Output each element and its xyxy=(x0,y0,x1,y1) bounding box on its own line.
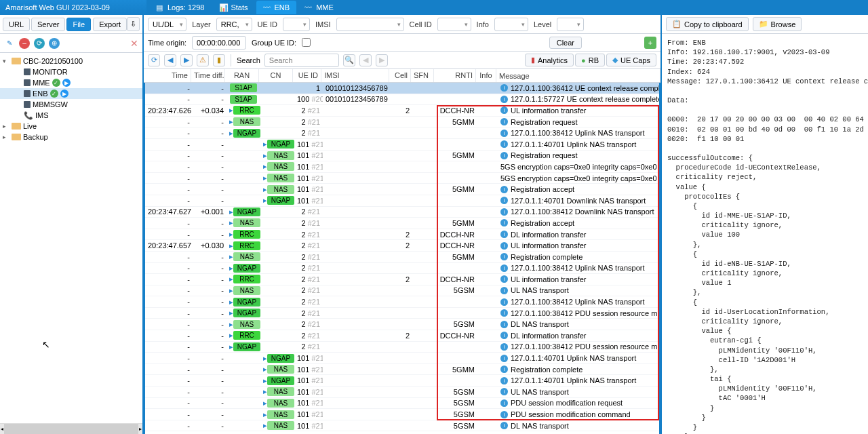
main-tab-logs[interactable]: ▤Logs: 1298 xyxy=(149,1,211,14)
detail-content[interactable]: From: ENB Info: 192.168.100.17:9001, v20… xyxy=(662,34,868,434)
col-cell[interactable]: Cell xyxy=(389,69,411,82)
col-message[interactable]: Message xyxy=(496,69,660,82)
col-timediff[interactable]: Time diff. xyxy=(191,69,225,82)
table-row[interactable]: --▸NAS▸2 #215GMMiRegistration complete xyxy=(145,252,659,263)
analytics-button[interactable]: ▮Analytics xyxy=(525,54,574,66)
table-row[interactable]: --▸NGAP▸101 #21i127.0.1.1:40701 Uplink N… xyxy=(145,353,659,364)
table-row[interactable]: --▸RRC▸2 #212DCCH-NRiUL information tran… xyxy=(145,274,659,285)
table-row[interactable]: --▸NAS▸101 #215GSMiDL NAS transport xyxy=(145,420,659,432)
next-icon[interactable]: ▶ xyxy=(180,54,193,66)
table-row[interactable]: --▸NAS▸2 #215GSMiUL NAS transport xyxy=(145,285,659,297)
table-row[interactable]: --▸NGAP▸2 #21i127.0.1.100:38412 Uplink N… xyxy=(145,127,659,139)
copy-button[interactable]: 📋Copy to clipboard xyxy=(666,17,749,31)
server-tab[interactable]: Server xyxy=(31,18,65,31)
info-icon: i xyxy=(500,366,508,373)
grid-body[interactable]: --S1AP1001010123456789i127.0.1.100:36412… xyxy=(144,83,660,434)
col-info[interactable]: Info xyxy=(476,69,496,82)
tree-node-ims[interactable]: 📞IMS xyxy=(0,110,142,121)
rb-button[interactable]: ●RB xyxy=(575,54,605,66)
grid-header: TimeTime diff.RANCNUE IDIMSICellSFNRNTII… xyxy=(144,69,660,83)
col-ran[interactable]: RAN xyxy=(225,69,259,82)
col-cn[interactable]: CN xyxy=(259,69,293,82)
layer-badge: RRC xyxy=(233,331,260,340)
url-tab[interactable]: URL xyxy=(3,18,30,31)
search-next-icon[interactable]: ▶ xyxy=(376,54,388,66)
table-row[interactable]: --▸NGAP▸2 #21i127.0.1.100:38412 PDU sess… xyxy=(145,308,659,319)
ueid-select[interactable] xyxy=(283,18,310,31)
tree-node-enb[interactable]: ENB✓▶ xyxy=(0,88,142,99)
table-row[interactable]: --▸NGAP▸2 #21i127.0.1.100:38412 Uplink N… xyxy=(145,296,659,308)
prev-icon[interactable]: ◀ xyxy=(164,54,176,66)
main-tab-stats[interactable]: 📊Stats xyxy=(212,1,254,14)
table-row[interactable]: --▸NGAP▸101 #21i127.0.1.1:40701 Uplink N… xyxy=(145,375,659,387)
uecaps-button[interactable]: ◆UE Caps xyxy=(606,54,656,66)
uldl-select[interactable]: UL/DL xyxy=(148,18,186,31)
table-row[interactable]: --▸NAS▸2 #215GSMiDL NAS transport xyxy=(145,319,659,330)
level-select[interactable] xyxy=(557,18,584,31)
table-row[interactable]: 20:23:47.626+0.034▸RRC▸2 #212DCCH-NRiUL … xyxy=(145,105,659,117)
imsi-select[interactable] xyxy=(336,18,404,31)
table-row[interactable]: --▸NAS▸101 #215GS encryption caps=0xe0 i… xyxy=(145,161,659,173)
stop-icon[interactable]: – xyxy=(19,38,30,49)
cellid-select[interactable] xyxy=(437,18,471,31)
warn-icon[interactable]: ⚠ xyxy=(197,54,209,66)
tree-node-monitor[interactable]: MONITOR xyxy=(0,66,142,77)
col-time[interactable]: Time xyxy=(144,69,191,82)
table-row[interactable]: --▸NGAP▸2 #21i127.0.1.100:38412 Uplink N… xyxy=(145,263,659,275)
flag-icon[interactable]: ▮ xyxy=(213,54,225,66)
table-row[interactable]: --▸NGAP▸2 #21i127.0.1.100:38412 PDU sess… xyxy=(145,342,659,353)
table-row[interactable]: 20:23:47.657+0.030▸RRC▸2 #212DCCH-NRiUL … xyxy=(145,240,659,252)
folder-icon xyxy=(12,58,21,64)
table-row[interactable]: --▸NGAP▸101 #21i127.0.1.1:40701 Uplink N… xyxy=(145,139,659,151)
table-row[interactable]: --▸NGAP▸101 #21i127.0.1.1:40701 Downlink… xyxy=(145,195,659,207)
group-ueid-checkbox[interactable] xyxy=(302,38,311,47)
table-row[interactable]: --▸NAS▸101 #215GS encryption caps=0xe0 i… xyxy=(145,173,659,184)
binoculars-icon[interactable]: 🔍 xyxy=(343,54,355,66)
tree-node-mbmsgw[interactable]: MBMSGW xyxy=(0,99,142,110)
clear-button[interactable]: Clear xyxy=(549,37,582,49)
tree-node-cbc-2021050100[interactable]: ▾CBC-2021050100 xyxy=(0,56,142,66)
col-ueid[interactable]: UE ID xyxy=(293,69,321,82)
table-row[interactable]: --▸NAS▸101 #215GSMiUL NAS transport xyxy=(145,387,659,398)
table-row[interactable]: --▸NAS▸2 #215GMMiRegistration accept xyxy=(145,218,659,229)
table-row[interactable]: --▸NAS▸2 #215GMMiRegistration request xyxy=(145,117,659,128)
tree-node-backup[interactable]: ▸Backup xyxy=(0,132,142,142)
table-row[interactable]: 20:23:47.627+0.001▸NGAP▸2 #21i127.0.1.10… xyxy=(145,207,659,218)
refresh-icon[interactable]: ⟳ xyxy=(34,38,45,49)
add-button[interactable]: + xyxy=(644,37,656,49)
layer-select[interactable]: RRC, xyxy=(216,18,252,31)
wand-icon[interactable]: ✎ xyxy=(4,38,15,49)
col-rnti[interactable]: RNTI xyxy=(434,69,476,82)
table-row[interactable]: --▸NAS▸101 #215GSMiPDU session modificat… xyxy=(145,398,659,410)
close-icon[interactable]: ✕ xyxy=(130,38,138,49)
info-icon: i xyxy=(500,309,508,317)
table-row[interactable]: --▸NAS▸101 #215GSMiPDU session modificat… xyxy=(145,409,659,420)
layer-badge: NGAP xyxy=(267,196,294,205)
file-tab[interactable]: File xyxy=(66,18,91,31)
tree-node-mme[interactable]: MME✓▶ xyxy=(0,77,142,88)
tree-node-live[interactable]: ▸Live xyxy=(0,121,142,132)
table-row[interactable]: --S1AP1001010123456789i127.0.1.100:36412… xyxy=(145,83,659,94)
main-tab-enb[interactable]: 〰ENB xyxy=(256,1,297,14)
search-input[interactable] xyxy=(264,54,339,67)
info-select[interactable] xyxy=(494,18,528,31)
table-row[interactable]: --▸RRC▸2 #212DCCH-NRiDL information tran… xyxy=(145,229,659,241)
table-row[interactable]: --▸NAS▸101 #215GMMiRegistration accept xyxy=(145,184,659,195)
layer-badge: RRC xyxy=(233,230,260,239)
col-sfn[interactable]: SFN xyxy=(411,69,434,82)
table-row[interactable]: --▸RRC▸2 #212DCCH-NRiDL information tran… xyxy=(145,330,659,342)
refresh-table-icon[interactable]: ⟳ xyxy=(148,54,160,66)
main-tab-mme[interactable]: 〰MME xyxy=(298,1,340,14)
table-row[interactable]: --▸NAS▸101 #215GMMiRegistration request xyxy=(145,151,659,162)
table-row[interactable]: --S1AP100 #20001010123456789i127.0.1.1:5… xyxy=(145,94,659,106)
export-menu-button[interactable]: ⇩ xyxy=(127,17,140,31)
col-imsi[interactable]: IMSI xyxy=(321,69,389,82)
export-button[interactable]: Export xyxy=(93,18,127,31)
browse-button[interactable]: 📁Browse xyxy=(753,17,802,31)
table-row[interactable]: --▸NAS▸101 #215GMMiRegistration complete xyxy=(145,364,659,376)
h-scrollbar[interactable]: ◂ ▸ xyxy=(0,423,142,434)
globe-icon[interactable]: ⊕ xyxy=(49,38,60,49)
search-prev-icon[interactable]: ◀ xyxy=(359,54,372,66)
time-origin-input[interactable] xyxy=(192,36,246,50)
info-icon: i xyxy=(500,208,508,216)
